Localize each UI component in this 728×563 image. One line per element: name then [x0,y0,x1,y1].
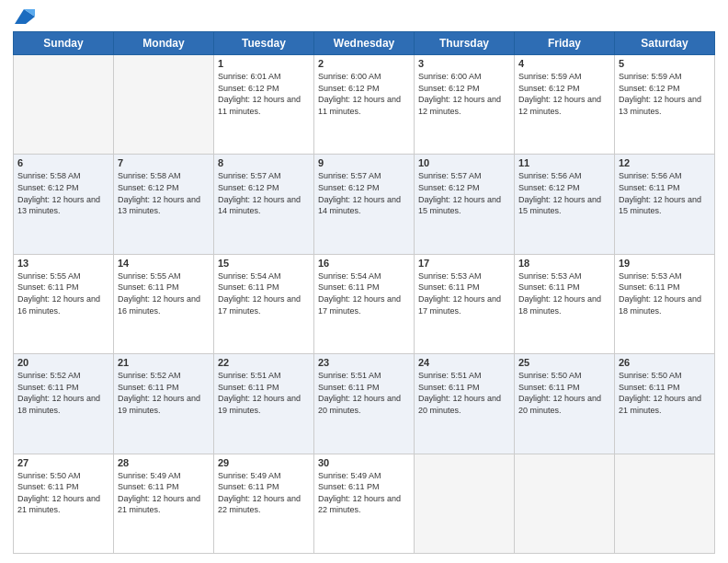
calendar-cell: 8Sunrise: 5:57 AM Sunset: 6:12 PM Daylig… [214,155,314,254]
day-number: 10 [418,157,510,168]
day-info: Sunrise: 6:00 AM Sunset: 6:12 PM Dayligh… [318,71,410,117]
calendar-cell: 18Sunrise: 5:53 AM Sunset: 6:11 PM Dayli… [515,254,615,353]
day-number: 7 [118,157,210,168]
calendar-cell: 3Sunrise: 6:00 AM Sunset: 6:12 PM Daylig… [415,55,515,155]
calendar-cell: 27Sunrise: 5:50 AM Sunset: 6:11 PM Dayli… [14,454,114,553]
calendar-cell: 29Sunrise: 5:49 AM Sunset: 6:11 PM Dayli… [214,454,314,553]
week-row-4: 27Sunrise: 5:50 AM Sunset: 6:11 PM Dayli… [14,454,715,553]
calendar-cell: 28Sunrise: 5:49 AM Sunset: 6:11 PM Dayli… [114,454,214,553]
day-info: Sunrise: 5:49 AM Sunset: 6:11 PM Dayligh… [218,470,310,516]
day-info: Sunrise: 5:51 AM Sunset: 6:11 PM Dayligh… [418,370,510,416]
day-info: Sunrise: 5:55 AM Sunset: 6:11 PM Dayligh… [118,270,210,316]
day-number: 24 [418,357,510,368]
day-number: 25 [518,357,610,368]
calendar-cell: 9Sunrise: 5:57 AM Sunset: 6:12 PM Daylig… [314,155,415,254]
day-header-wednesday: Wednesday [314,32,415,55]
calendar-cell: 11Sunrise: 5:56 AM Sunset: 6:12 PM Dayli… [515,155,615,254]
calendar-cell: 12Sunrise: 5:56 AM Sunset: 6:11 PM Dayli… [615,155,715,254]
week-row-0: 1Sunrise: 6:01 AM Sunset: 6:12 PM Daylig… [14,55,715,155]
calendar-cell: 22Sunrise: 5:51 AM Sunset: 6:11 PM Dayli… [214,354,314,454]
calendar-cell: 13Sunrise: 5:55 AM Sunset: 6:11 PM Dayli… [14,254,114,353]
calendar-cell: 6Sunrise: 5:58 AM Sunset: 6:12 PM Daylig… [14,155,114,254]
calendar-cell [615,454,715,553]
day-header-saturday: Saturday [615,32,715,55]
calendar: SundayMondayTuesdayWednesdayThursdayFrid… [13,31,715,554]
calendar-cell: 16Sunrise: 5:54 AM Sunset: 6:11 PM Dayli… [314,254,415,353]
calendar-cell: 23Sunrise: 5:51 AM Sunset: 6:11 PM Dayli… [314,354,415,454]
calendar-cell [515,454,615,553]
day-number: 8 [218,157,310,168]
day-number: 12 [619,157,711,168]
page: SundayMondayTuesdayWednesdayThursdayFrid… [0,0,728,563]
day-info: Sunrise: 5:51 AM Sunset: 6:11 PM Dayligh… [218,370,310,416]
day-number: 9 [318,157,410,168]
day-info: Sunrise: 5:53 AM Sunset: 6:11 PM Dayligh… [518,270,610,316]
calendar-cell: 26Sunrise: 5:50 AM Sunset: 6:11 PM Dayli… [615,354,715,454]
day-number: 19 [619,258,711,269]
day-info: Sunrise: 5:50 AM Sunset: 6:11 PM Dayligh… [619,370,711,416]
day-number: 18 [518,258,610,269]
day-info: Sunrise: 5:57 AM Sunset: 6:12 PM Dayligh… [218,170,310,216]
calendar-cell: 24Sunrise: 5:51 AM Sunset: 6:11 PM Dayli… [415,354,515,454]
day-info: Sunrise: 5:52 AM Sunset: 6:11 PM Dayligh… [118,370,210,416]
day-header-monday: Monday [114,32,214,55]
day-info: Sunrise: 5:53 AM Sunset: 6:11 PM Dayligh… [418,270,510,316]
day-number: 28 [118,457,210,468]
calendar-cell: 14Sunrise: 5:55 AM Sunset: 6:11 PM Dayli… [114,254,214,353]
day-info: Sunrise: 5:52 AM Sunset: 6:11 PM Dayligh… [17,370,109,416]
day-header-sunday: Sunday [14,32,114,55]
day-number: 21 [118,357,210,368]
week-row-3: 20Sunrise: 5:52 AM Sunset: 6:11 PM Dayli… [14,354,715,454]
calendar-cell [14,55,114,155]
day-number: 27 [17,457,109,468]
day-number: 29 [218,457,310,468]
day-number: 11 [518,157,610,168]
day-info: Sunrise: 5:58 AM Sunset: 6:12 PM Dayligh… [118,170,210,216]
day-number: 30 [318,457,410,468]
header [13,9,715,24]
calendar-cell: 10Sunrise: 5:57 AM Sunset: 6:12 PM Dayli… [415,155,515,254]
calendar-cell: 19Sunrise: 5:53 AM Sunset: 6:11 PM Dayli… [615,254,715,353]
day-info: Sunrise: 5:56 AM Sunset: 6:11 PM Dayligh… [619,170,711,216]
day-info: Sunrise: 5:56 AM Sunset: 6:12 PM Dayligh… [518,170,610,216]
logo-text [13,9,37,24]
week-row-1: 6Sunrise: 5:58 AM Sunset: 6:12 PM Daylig… [14,155,715,254]
day-number: 17 [418,258,510,269]
calendar-cell: 30Sunrise: 5:49 AM Sunset: 6:11 PM Dayli… [314,454,415,553]
logo-icon [15,9,35,24]
day-number: 5 [619,58,711,69]
calendar-cell: 4Sunrise: 5:59 AM Sunset: 6:12 PM Daylig… [515,55,615,155]
day-info: Sunrise: 6:01 AM Sunset: 6:12 PM Dayligh… [218,71,310,117]
day-info: Sunrise: 5:49 AM Sunset: 6:11 PM Dayligh… [118,470,210,516]
day-number: 20 [17,357,109,368]
calendar-cell: 15Sunrise: 5:54 AM Sunset: 6:11 PM Dayli… [214,254,314,353]
day-info: Sunrise: 5:58 AM Sunset: 6:12 PM Dayligh… [17,170,109,216]
calendar-cell: 17Sunrise: 5:53 AM Sunset: 6:11 PM Dayli… [415,254,515,353]
day-number: 14 [118,258,210,269]
day-number: 6 [17,157,109,168]
week-row-2: 13Sunrise: 5:55 AM Sunset: 6:11 PM Dayli… [14,254,715,353]
calendar-cell: 2Sunrise: 6:00 AM Sunset: 6:12 PM Daylig… [314,55,415,155]
day-number: 13 [17,258,109,269]
calendar-cell: 21Sunrise: 5:52 AM Sunset: 6:11 PM Dayli… [114,354,214,454]
day-number: 1 [218,58,310,69]
calendar-cell [114,55,214,155]
day-info: Sunrise: 5:50 AM Sunset: 6:11 PM Dayligh… [17,470,109,516]
logo [13,9,37,24]
day-info: Sunrise: 5:57 AM Sunset: 6:12 PM Dayligh… [318,170,410,216]
day-header-thursday: Thursday [415,32,515,55]
day-info: Sunrise: 5:59 AM Sunset: 6:12 PM Dayligh… [619,71,711,117]
day-number: 2 [318,58,410,69]
day-number: 16 [318,258,410,269]
day-info: Sunrise: 5:50 AM Sunset: 6:11 PM Dayligh… [518,370,610,416]
day-info: Sunrise: 5:54 AM Sunset: 6:11 PM Dayligh… [318,270,410,316]
day-info: Sunrise: 5:54 AM Sunset: 6:11 PM Dayligh… [218,270,310,316]
day-info: Sunrise: 5:55 AM Sunset: 6:11 PM Dayligh… [17,270,109,316]
day-number: 22 [218,357,310,368]
day-number: 15 [218,258,310,269]
calendar-cell [415,454,515,553]
day-number: 23 [318,357,410,368]
day-info: Sunrise: 6:00 AM Sunset: 6:12 PM Dayligh… [418,71,510,117]
day-info: Sunrise: 5:53 AM Sunset: 6:11 PM Dayligh… [619,270,711,316]
day-info: Sunrise: 5:59 AM Sunset: 6:12 PM Dayligh… [518,71,610,117]
